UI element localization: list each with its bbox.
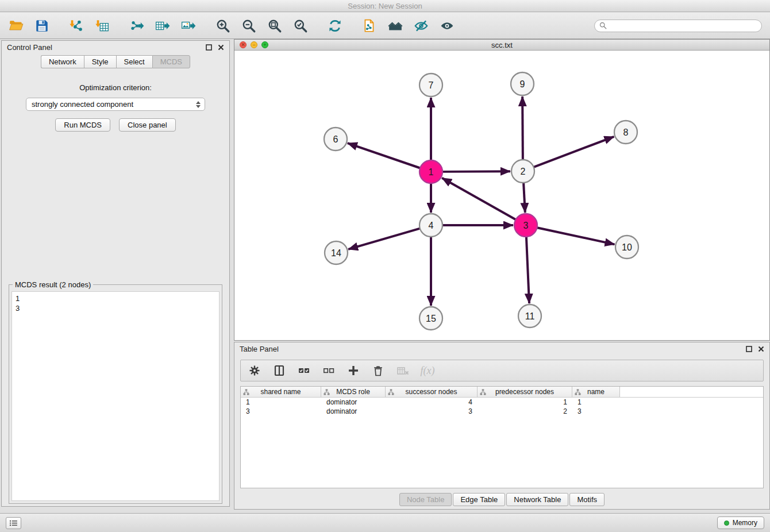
import-table-icon[interactable]: [94, 18, 110, 34]
network-canvas-svg: 7968124314101511: [234, 51, 769, 340]
tab-style[interactable]: Style: [84, 55, 116, 68]
table-panel: Table Panel f(x) shared nameMCDS rolesuc…: [234, 342, 770, 510]
node-table-header: shared nameMCDS rolesuccessor nodesprede…: [241, 387, 763, 398]
node-label-4: 4: [429, 221, 434, 230]
node-14[interactable]: 14: [325, 241, 348, 264]
open-folder-icon[interactable]: [8, 18, 24, 34]
node-15[interactable]: 15: [419, 307, 442, 330]
node-3[interactable]: 3: [514, 214, 537, 237]
node-10[interactable]: 10: [615, 236, 638, 259]
node-8[interactable]: 8: [614, 121, 637, 144]
edge-3-11[interactable]: [526, 237, 529, 303]
edge-2-8[interactable]: [534, 137, 614, 167]
add-column-icon[interactable]: [346, 364, 360, 377]
memory-button[interactable]: Memory: [717, 516, 764, 529]
export-network-icon[interactable]: [129, 18, 145, 34]
node-11[interactable]: 11: [518, 304, 541, 327]
export-image-icon[interactable]: [180, 18, 197, 34]
delete-column-icon[interactable]: [371, 364, 385, 377]
column-header-mcds-role[interactable]: MCDS role: [321, 387, 386, 397]
deselect-all-icon[interactable]: [322, 364, 336, 377]
window-title: Session: New Session: [0, 0, 770, 12]
status-bar: Memory: [0, 513, 770, 532]
edge-3-10[interactable]: [537, 228, 615, 244]
close-panel-icon[interactable]: [217, 44, 224, 51]
mcds-result-box[interactable]: 13: [11, 291, 220, 501]
select-all-icon[interactable]: [297, 364, 311, 377]
edge-2-9[interactable]: [522, 97, 523, 160]
node-1[interactable]: 1: [419, 160, 442, 183]
zoom-out-icon[interactable]: [241, 18, 257, 34]
zoom-fit-icon[interactable]: [267, 18, 283, 34]
node-label-8: 8: [623, 128, 629, 137]
tab-node-table[interactable]: Node Table: [399, 493, 452, 506]
tab-network[interactable]: Network: [41, 55, 84, 68]
node-6[interactable]: 6: [324, 128, 347, 151]
style-eye-icon[interactable]: [413, 18, 429, 34]
memory-status-icon: [724, 521, 729, 526]
column-header-predecessor-nodes[interactable]: predecessor nodes: [478, 387, 572, 397]
function-builder-label: f(x): [421, 365, 435, 377]
task-history-button[interactable]: [6, 517, 21, 529]
table-row[interactable]: 3dominator323: [241, 407, 763, 416]
tab-mcds[interactable]: MCDS: [152, 55, 190, 68]
mcds-result-line: 1: [16, 294, 215, 303]
search-input[interactable]: [610, 22, 757, 30]
node-4[interactable]: 4: [419, 214, 442, 237]
search-box[interactable]: [594, 20, 762, 32]
network-canvas[interactable]: 7968124314101511: [234, 51, 769, 340]
column-header-label: successor nodes: [405, 388, 457, 396]
table-cell: 3: [572, 407, 620, 415]
toolbar-group: [327, 18, 343, 34]
node-label-9: 9: [520, 79, 525, 89]
mcds-buttons: Run MCDS Close panel: [2, 118, 229, 132]
zoom-in-icon[interactable]: [215, 18, 231, 34]
edge-2-3[interactable]: [523, 183, 525, 213]
node-9[interactable]: 9: [511, 72, 534, 95]
network-window-titlebar: ✕ − + scc.txt: [234, 40, 769, 51]
table-row[interactable]: 1dominator411: [241, 398, 763, 407]
export-table-icon[interactable]: [155, 18, 171, 34]
float-panel-icon[interactable]: [205, 44, 212, 51]
close-panel-button[interactable]: Close panel: [119, 118, 176, 132]
node-label-6: 6: [333, 134, 338, 144]
close-window-icon[interactable]: ✕: [240, 41, 247, 48]
zoom-selected-icon[interactable]: [292, 18, 309, 34]
save-icon[interactable]: [34, 18, 50, 34]
edge-3-1[interactable]: [442, 178, 515, 219]
table-cell: 1: [241, 398, 321, 406]
show-hide-icon[interactable]: [439, 18, 455, 34]
column-header-shared-name[interactable]: shared name: [241, 387, 321, 397]
edge-1-6[interactable]: [348, 143, 420, 168]
run-mcds-button[interactable]: Run MCDS: [55, 118, 110, 132]
node-label-11: 11: [525, 311, 535, 321]
tab-select[interactable]: Select: [116, 55, 152, 68]
edge-4-14[interactable]: [348, 229, 420, 249]
tab-edge-table[interactable]: Edge Table: [453, 493, 505, 506]
node-label-3: 3: [523, 221, 529, 230]
settings-gear-icon[interactable]: [248, 364, 261, 377]
refresh-icon[interactable]: [327, 18, 343, 34]
copy-network-icon[interactable]: [361, 18, 378, 34]
float-table-panel-icon[interactable]: [745, 346, 752, 353]
column-header-label: shared name: [260, 388, 301, 396]
edge-1-2[interactable]: [442, 171, 510, 172]
node-label-2: 2: [521, 167, 526, 176]
import-network-icon[interactable]: [68, 18, 84, 34]
node-2[interactable]: 2: [511, 160, 534, 183]
minimize-window-icon[interactable]: −: [251, 41, 257, 48]
node-label-1: 1: [429, 167, 434, 177]
maximize-window-icon[interactable]: +: [261, 41, 268, 48]
table-cell: 1: [478, 398, 572, 406]
node-table: shared nameMCDS rolesuccessor nodesprede…: [240, 386, 764, 488]
column-header-name[interactable]: name: [572, 387, 620, 397]
control-panel-header: Control Panel: [2, 41, 229, 54]
column-layout-icon[interactable]: [272, 364, 286, 377]
home-icon[interactable]: [387, 18, 403, 34]
tab-motifs[interactable]: Motifs: [569, 493, 605, 506]
column-header-successor-nodes[interactable]: successor nodes: [386, 387, 478, 397]
node-7[interactable]: 7: [419, 74, 442, 97]
tab-network-table[interactable]: Network Table: [506, 493, 568, 506]
close-table-panel-icon[interactable]: [757, 346, 764, 353]
optimization-criterion-select[interactable]: strongly connected component: [26, 98, 205, 111]
